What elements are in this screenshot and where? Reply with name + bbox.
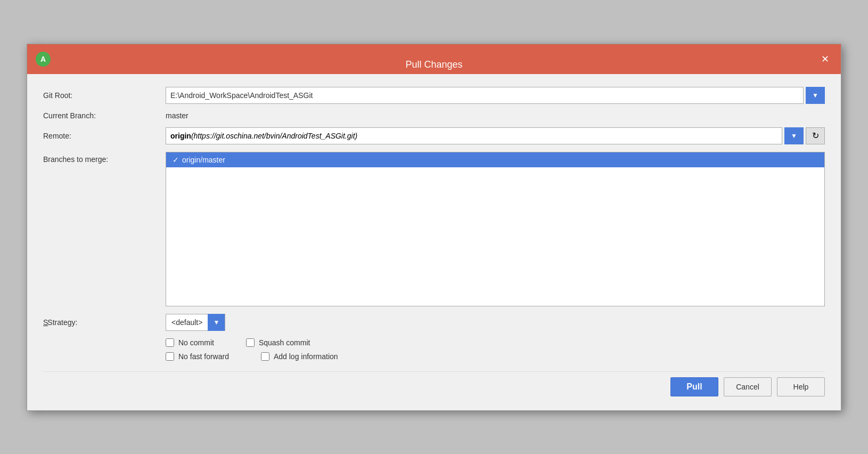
checkbox-row-2: No fast forward Add log information — [166, 352, 825, 361]
current-branch-value: master — [166, 111, 189, 120]
branches-label: Branches to merge: — [43, 152, 166, 164]
title-bar-left: A — [36, 52, 51, 67]
no-commit-checkbox[interactable] — [166, 338, 174, 347]
dialog-content: Git Root: ▼ Current Branch: master Remot… — [27, 74, 841, 410]
squash-commit-label: Squash commit — [259, 338, 310, 347]
strategy-label: SStrategy: — [43, 318, 166, 327]
no-commit-checkbox-label[interactable]: No commit — [166, 338, 214, 347]
pull-changes-dialog: A Pull Changes ✕ Git Root: ▼ Current Bra… — [27, 44, 841, 411]
chevron-down-icon: ▼ — [812, 92, 818, 99]
no-fast-forward-label: No fast forward — [178, 352, 229, 361]
remote-input-row: origin(https://git.oschina.net/bvin/Andr… — [166, 127, 825, 144]
remote-row: Remote: origin(https://git.oschina.net/b… — [43, 127, 825, 144]
branches-list[interactable]: ✓ origin/master — [166, 152, 825, 306]
squash-commit-checkbox[interactable] — [246, 338, 255, 347]
strategy-select-wrapper: <default> ▼ — [166, 314, 225, 331]
strategy-dropdown-button[interactable]: ▼ — [208, 314, 225, 331]
strategy-value: <default> — [166, 314, 208, 331]
current-branch-row: Current Branch: master — [43, 111, 825, 120]
remote-dropdown-button[interactable]: ▼ — [784, 127, 804, 144]
cancel-button[interactable]: Cancel — [724, 377, 772, 396]
branch-item[interactable]: ✓ origin/master — [166, 152, 824, 167]
pull-button[interactable]: Pull — [670, 377, 718, 396]
branches-row: Branches to merge: ✓ origin/master — [43, 152, 825, 306]
current-branch-label: Current Branch: — [43, 111, 166, 120]
refresh-icon: ↻ — [812, 131, 819, 141]
refresh-button[interactable]: ↻ — [806, 127, 825, 144]
app-icon: A — [36, 52, 51, 67]
strategy-row: SStrategy: <default> ▼ — [43, 314, 825, 331]
check-icon: ✓ — [173, 156, 179, 164]
dialog-title: Pull Changes — [405, 59, 462, 70]
branch-item-label: origin/master — [182, 156, 225, 164]
checkbox-row-1: No commit Squash commit — [166, 338, 825, 347]
remote-input-wrapper: origin(https://git.oschina.net/bvin/Andr… — [166, 127, 782, 144]
checkboxes-section: No commit Squash commit No fast forward … — [166, 338, 825, 361]
git-root-row: Git Root: ▼ — [43, 87, 825, 104]
git-root-dropdown-button[interactable]: ▼ — [806, 87, 825, 104]
remote-value: origin(https://git.oschina.net/bvin/Andr… — [170, 132, 357, 140]
chevron-down-icon: ▼ — [791, 132, 797, 140]
git-root-label: Git Root: — [43, 91, 166, 100]
add-log-info-checkbox[interactable] — [261, 352, 269, 361]
help-button[interactable]: Help — [777, 377, 825, 396]
no-fast-forward-checkbox[interactable] — [166, 352, 174, 361]
close-button[interactable]: ✕ — [817, 52, 832, 67]
no-fast-forward-checkbox-label[interactable]: No fast forward — [166, 352, 229, 361]
add-log-info-label: Add log information — [274, 352, 338, 361]
remote-label: Remote: — [43, 132, 166, 140]
git-root-input[interactable] — [166, 87, 804, 104]
git-root-input-row: ▼ — [166, 87, 825, 104]
add-log-info-checkbox-label[interactable]: Add log information — [261, 352, 338, 361]
button-row: Pull Cancel Help — [43, 371, 825, 400]
no-commit-label: No commit — [178, 338, 214, 347]
chevron-down-icon: ▼ — [213, 319, 219, 326]
title-bar: A Pull Changes ✕ — [27, 44, 841, 74]
squash-commit-checkbox-label[interactable]: Squash commit — [246, 338, 310, 347]
